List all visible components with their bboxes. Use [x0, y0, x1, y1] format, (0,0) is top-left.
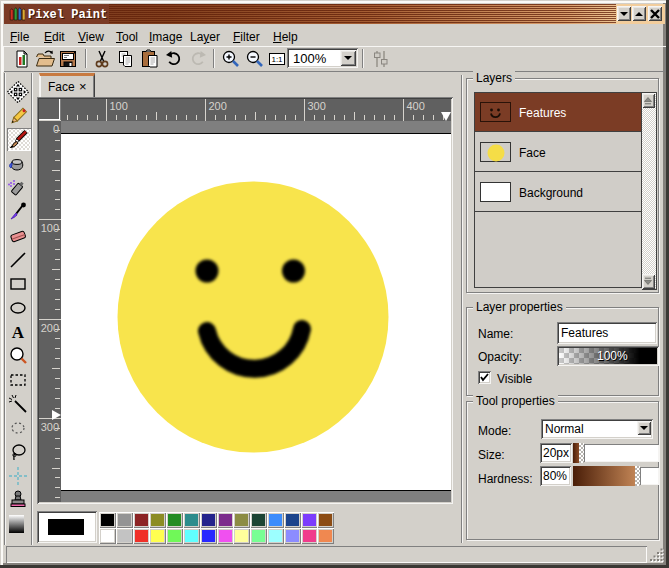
svg-text:A: A	[12, 323, 25, 342]
svg-text:1:1: 1:1	[271, 55, 283, 64]
